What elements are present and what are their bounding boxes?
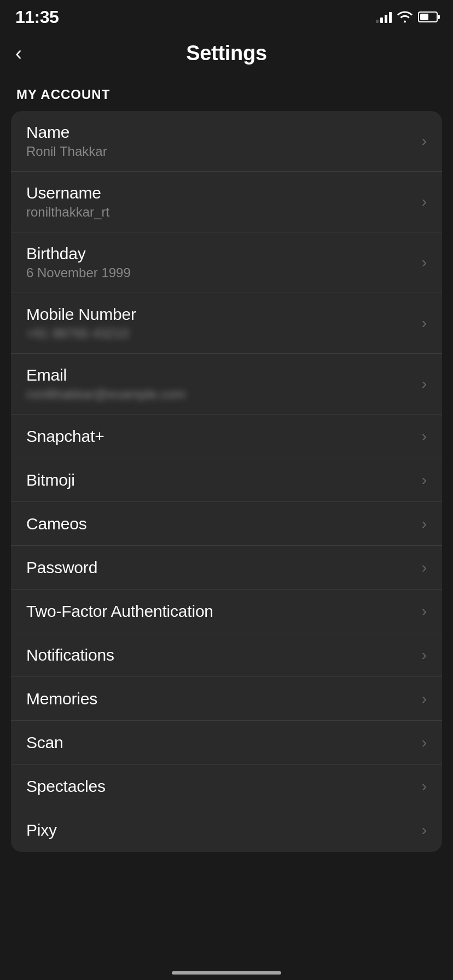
settings-item-email-content: Email ronilthakkar@example.com xyxy=(26,366,413,402)
chevron-icon-name: › xyxy=(422,132,427,150)
chevron-icon-mobile: › xyxy=(422,314,427,332)
chevron-icon-spectacles: › xyxy=(422,778,427,795)
settings-item-birthday[interactable]: Birthday 6 November 1999 › xyxy=(11,232,442,293)
settings-value-mobile: +91 98765 43210 xyxy=(26,326,413,341)
settings-item-two-factor-auth[interactable]: Two-Factor Authentication › xyxy=(11,590,442,633)
chevron-icon-two-factor-auth: › xyxy=(422,603,427,620)
settings-item-scan[interactable]: Scan › xyxy=(11,721,442,765)
settings-label-bitmoji: Bitmoji xyxy=(26,471,413,489)
home-indicator xyxy=(172,971,281,975)
settings-value-birthday: 6 November 1999 xyxy=(26,265,413,281)
settings-label-two-factor-auth: Two-Factor Authentication xyxy=(26,602,413,621)
settings-item-scan-content: Scan xyxy=(26,733,413,752)
settings-item-cameos[interactable]: Cameos › xyxy=(11,502,442,546)
settings-item-name-content: Name Ronil Thakkar xyxy=(26,123,413,159)
settings-item-username[interactable]: Username ronilthakkar_rt › xyxy=(11,172,442,232)
settings-value-email: ronilthakkar@example.com xyxy=(26,387,413,402)
chevron-icon-snapchat-plus: › xyxy=(422,428,427,445)
settings-item-two-factor-auth-content: Two-Factor Authentication xyxy=(26,602,413,621)
settings-label-mobile: Mobile Number xyxy=(26,305,413,324)
status-icons xyxy=(376,11,438,23)
settings-label-scan: Scan xyxy=(26,733,413,752)
settings-item-mobile-content: Mobile Number +91 98765 43210 xyxy=(26,305,413,341)
settings-label-name: Name xyxy=(26,123,413,142)
settings-item-pixy[interactable]: Pixy › xyxy=(11,808,442,852)
settings-item-snapchat-plus-content: Snapchat+ xyxy=(26,427,413,446)
chevron-icon-notifications: › xyxy=(422,646,427,664)
chevron-icon-username: › xyxy=(422,193,427,211)
settings-item-spectacles[interactable]: Spectacles › xyxy=(11,765,442,808)
settings-item-pixy-content: Pixy xyxy=(26,821,413,839)
wifi-icon xyxy=(397,11,413,23)
chevron-icon-password: › xyxy=(422,559,427,576)
settings-item-cameos-content: Cameos xyxy=(26,515,413,533)
settings-label-pixy: Pixy xyxy=(26,821,413,839)
page-header: ‹ Settings xyxy=(0,31,453,76)
settings-item-bitmoji[interactable]: Bitmoji › xyxy=(11,458,442,502)
settings-item-email[interactable]: Email ronilthakkar@example.com › xyxy=(11,354,442,415)
settings-label-notifications: Notifications xyxy=(26,646,413,664)
settings-label-spectacles: Spectacles xyxy=(26,777,413,796)
chevron-icon-bitmoji: › xyxy=(422,471,427,489)
status-time: 11:35 xyxy=(15,7,59,27)
settings-value-username: ronilthakkar_rt xyxy=(26,205,413,220)
settings-item-notifications[interactable]: Notifications › xyxy=(11,633,442,677)
section-header-my-account: MY ACCOUNT xyxy=(0,87,453,111)
settings-item-spectacles-content: Spectacles xyxy=(26,777,413,796)
settings-label-password: Password xyxy=(26,558,413,577)
chevron-icon-pixy: › xyxy=(422,821,427,839)
chevron-icon-birthday: › xyxy=(422,254,427,271)
page-title: Settings xyxy=(186,42,267,65)
chevron-icon-cameos: › xyxy=(422,515,427,533)
status-bar: 11:35 xyxy=(0,0,453,31)
settings-item-mobile[interactable]: Mobile Number +91 98765 43210 › xyxy=(11,293,442,354)
chevron-icon-email: › xyxy=(422,375,427,393)
settings-item-snapchat-plus[interactable]: Snapchat+ › xyxy=(11,415,442,458)
settings-item-password[interactable]: Password › xyxy=(11,546,442,590)
settings-item-password-content: Password xyxy=(26,558,413,577)
chevron-icon-scan: › xyxy=(422,734,427,751)
settings-list: Name Ronil Thakkar › Username ronilthakk… xyxy=(11,111,442,852)
back-button[interactable]: ‹ xyxy=(15,44,22,63)
battery-icon xyxy=(418,11,438,22)
settings-item-bitmoji-content: Bitmoji xyxy=(26,471,413,489)
settings-item-memories-content: Memories xyxy=(26,690,413,708)
settings-item-username-content: Username ronilthakkar_rt xyxy=(26,184,413,220)
settings-label-cameos: Cameos xyxy=(26,515,413,533)
settings-item-notifications-content: Notifications xyxy=(26,646,413,664)
settings-item-birthday-content: Birthday 6 November 1999 xyxy=(26,244,413,281)
settings-label-username: Username xyxy=(26,184,413,202)
settings-label-email: Email xyxy=(26,366,413,384)
chevron-icon-memories: › xyxy=(422,690,427,708)
settings-value-name: Ronil Thakkar xyxy=(26,144,413,159)
signal-icon xyxy=(376,11,392,23)
settings-label-memories: Memories xyxy=(26,690,413,708)
settings-item-memories[interactable]: Memories › xyxy=(11,677,442,721)
my-account-section: MY ACCOUNT Name Ronil Thakkar › Username… xyxy=(0,87,453,852)
settings-label-snapchat-plus: Snapchat+ xyxy=(26,427,413,446)
settings-label-birthday: Birthday xyxy=(26,244,413,263)
settings-item-name[interactable]: Name Ronil Thakkar › xyxy=(11,111,442,172)
